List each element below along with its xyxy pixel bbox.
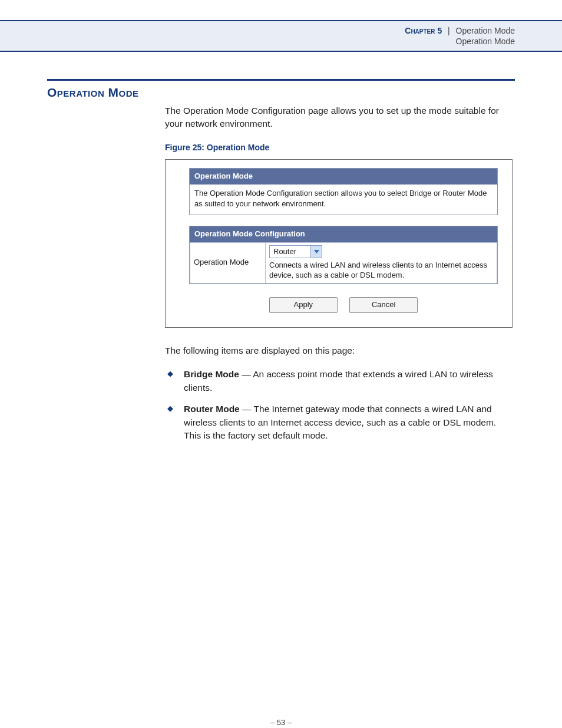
page-footer: – 53 – [0,718,562,727]
config-row-label: Operation Mode [190,243,266,284]
panel-header-config: Operation Mode Configuration [190,226,497,242]
operation-mode-dropdown[interactable]: Router [269,245,322,258]
dropdown-description: Connects a wired LAN and wireless client… [269,261,493,281]
header-subtitle: Operation Mode [0,37,515,46]
intro-paragraph: The Operation Mode Configuration page al… [165,104,515,131]
panel-operation-mode: Operation Mode The Operation Mode Config… [189,168,498,215]
chevron-down-icon [310,246,322,258]
chapter-label: Chapter 5 [405,26,442,35]
mode-list: Bridge Mode — An access point mode that … [165,368,515,442]
section-title: Operation Mode [47,85,515,100]
bullet-term: Bridge Mode [184,369,239,379]
items-intro: The following items are displayed on thi… [165,344,515,357]
figure-operation-mode: Operation Mode The Operation Mode Config… [165,159,513,327]
apply-button[interactable]: Apply [269,297,338,313]
figure-caption: Figure 25: Operation Mode [165,141,515,153]
list-item: Router Mode — The Internet gateway mode … [167,403,515,442]
panel-operation-mode-config: Operation Mode Configuration Operation M… [189,226,498,284]
section-rule [47,79,515,81]
page-header: Chapter 5 | Operation Mode Operation Mod… [0,20,562,52]
bullet-term: Router Mode [184,404,240,414]
panel-body-operation-mode: The Operation Mode Configuration section… [190,185,497,215]
header-separator: | [448,26,450,35]
list-item: Bridge Mode — An access point mode that … [167,368,515,394]
header-title: Operation Mode [456,26,515,35]
panel-header-operation-mode: Operation Mode [190,169,497,185]
dropdown-value: Router [270,246,310,258]
cancel-button[interactable]: Cancel [349,297,418,313]
